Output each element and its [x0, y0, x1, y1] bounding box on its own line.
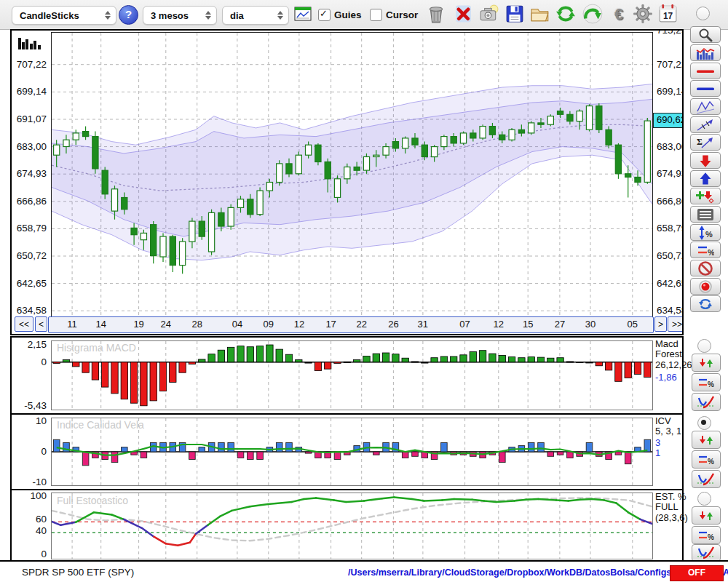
macd-select-radio[interactable]: [697, 339, 711, 353]
red-line-button[interactable]: [690, 63, 721, 79]
price-chart-panel: Last: 690.619 - 06/02/26 707,22699,14691…: [10, 29, 684, 335]
axis-tick-label: 691,07: [13, 113, 47, 124]
axis-tick-label: 699,14: [13, 86, 47, 97]
date-tick-label: 30: [585, 319, 596, 330]
axis-tick-label: -5,43: [13, 399, 47, 410]
axis-tick-label: 634,58: [13, 305, 47, 316]
date-navigation: << < 11141924280409121722263107121527300…: [12, 316, 682, 332]
guies-label: Guies: [334, 9, 362, 20]
vertical-percent-button[interactable]: %: [690, 224, 721, 241]
calendar-button[interactable]: 17: [657, 4, 678, 25]
lines-percent-icon: %: [697, 453, 715, 466]
stochastic-signals-button[interactable]: [692, 506, 721, 525]
blue-line-button[interactable]: [690, 80, 721, 97]
open-folder-icon: [530, 4, 550, 23]
camera-icon: [478, 4, 499, 24]
delete-button[interactable]: [452, 4, 474, 25]
sync-button[interactable]: [555, 4, 577, 25]
trash-icon: [427, 4, 446, 24]
stochastic-params-label: EST. % FULL (28,3,6): [655, 492, 688, 523]
scroll-last-button[interactable]: >>: [668, 316, 684, 332]
interval-value: dia: [223, 10, 277, 21]
guies-checkbox[interactable]: [318, 9, 331, 21]
stochastic-title: Full Estocastico: [57, 495, 128, 506]
date-tick-label: 12: [494, 319, 504, 330]
scroll-next-button[interactable]: >: [654, 316, 667, 332]
refresh-button[interactable]: [690, 295, 721, 312]
axis-tick-label: 707,22: [657, 58, 684, 69]
axis-tick-label: 0: [13, 548, 47, 559]
icv-select-radio[interactable]: [697, 416, 711, 430]
stochastic-select-radio[interactable]: [697, 492, 711, 506]
currency-button[interactable]: €: [608, 4, 630, 25]
svg-text:%: %: [708, 458, 714, 466]
axis-tick-label: 674,93: [13, 168, 47, 179]
macd-signals-button[interactable]: [692, 354, 721, 372]
svg-text:%: %: [708, 533, 714, 541]
date-tick-label: 07: [459, 319, 470, 330]
icv-params-label: ICV 5, 3, 1: [655, 416, 681, 437]
icv-title: Indice Calidad Vela: [57, 419, 144, 431]
icv-percent-button[interactable]: %: [692, 450, 721, 469]
symbol-label: SPDR SP 500 ETF (SPY): [22, 567, 134, 578]
icv-signals-button[interactable]: [692, 431, 721, 449]
axis-tick-label: 666,86: [13, 195, 47, 206]
buy-arrow-button[interactable]: [690, 170, 721, 187]
help-button[interactable]: ?: [119, 5, 138, 25]
levels-percent-button[interactable]: %: [690, 242, 721, 258]
macd-plot[interactable]: [51, 340, 653, 410]
stochastic-panel: Full Estocastico 10060400 EST. % FULL (2…: [10, 489, 684, 563]
record-button[interactable]: [690, 278, 721, 295]
macd-percent-button[interactable]: %: [692, 373, 721, 391]
sigma-trend-button[interactable]: Σ: [690, 134, 721, 151]
snapshot-button[interactable]: [478, 4, 499, 25]
sell-arrow-button[interactable]: [690, 152, 721, 169]
settings-button[interactable]: [632, 4, 654, 25]
interval-select[interactable]: dia: [222, 6, 289, 25]
list-button[interactable]: [690, 206, 721, 223]
chart-type-select[interactable]: CandleSticks: [12, 6, 116, 25]
axis-tick-label: 40: [13, 525, 47, 535]
disable-button[interactable]: [690, 260, 721, 276]
indicator-chart-button[interactable]: [690, 44, 721, 61]
off-toggle-button[interactable]: OFF: [670, 565, 724, 581]
no-entry-icon: [697, 260, 713, 276]
save-button[interactable]: [504, 4, 526, 25]
magnifier-icon: [697, 28, 713, 42]
icv-value-label: 3 1: [655, 438, 660, 459]
date-tick-label: 27: [555, 319, 565, 330]
undo-button[interactable]: [582, 4, 604, 25]
candlestick-plot[interactable]: [51, 32, 653, 317]
stochastic-curve-button[interactable]: [692, 544, 721, 562]
period-select[interactable]: 3 mesos: [143, 6, 217, 25]
trash-button[interactable]: [425, 4, 447, 25]
svg-text:%: %: [708, 248, 714, 257]
date-tick-label: 09: [264, 319, 274, 330]
date-axis: 111419242804091217222631071215273005: [48, 316, 654, 333]
axis-tick-label: 642,65: [13, 277, 47, 288]
trendline-button[interactable]: [690, 116, 721, 133]
icv-curve-button[interactable]: [692, 470, 721, 488]
toolbar-radio[interactable]: [696, 7, 710, 20]
chart-window-button[interactable]: [293, 6, 312, 23]
add-signal-button[interactable]: [690, 188, 721, 204]
stochastic-percent-button[interactable]: %: [692, 526, 721, 544]
svg-text:Σ: Σ: [697, 137, 703, 147]
plus-down-arrow-icon: [696, 189, 715, 204]
axis-tick-label: -10: [13, 476, 47, 487]
app: CandleSticks ? 3 mesos dia Guies Cursor: [0, 0, 728, 582]
macd-curve-button[interactable]: [692, 393, 721, 411]
red-green-arrows-icon: [697, 510, 715, 522]
zoom-button[interactable]: [690, 26, 721, 43]
lines-percent-icon: %: [697, 243, 714, 258]
lines-percent-icon: %: [697, 529, 715, 542]
axis-tick-label: 674,93: [657, 168, 684, 179]
red-x-icon: [454, 4, 473, 24]
chevron-updown-icon: [105, 11, 111, 20]
scroll-prev-button[interactable]: <: [35, 316, 47, 332]
scroll-first-button[interactable]: <<: [15, 316, 33, 332]
zigzag-button[interactable]: [690, 98, 721, 115]
stochastic-plot[interactable]: [51, 493, 653, 559]
cursor-checkbox[interactable]: [370, 9, 382, 21]
open-file-button[interactable]: [529, 4, 551, 25]
